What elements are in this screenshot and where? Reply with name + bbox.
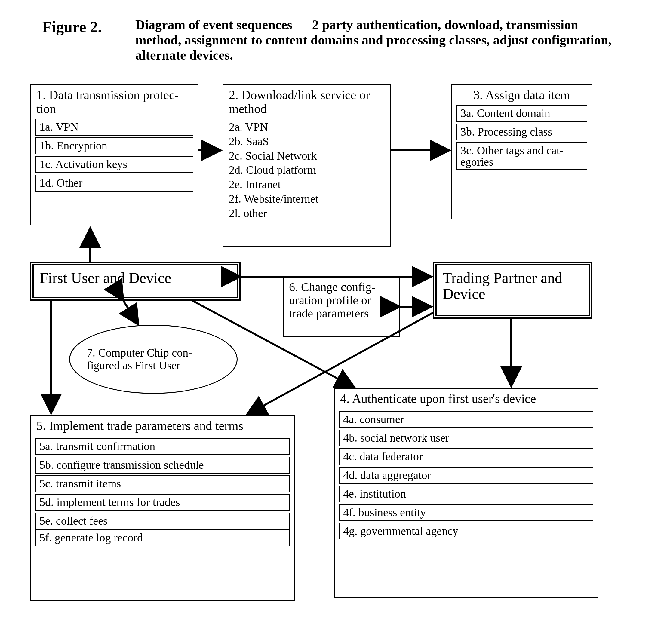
figure-caption: Diagram of event sequences — 2 party aut…	[135, 17, 617, 63]
arrow-first-7	[123, 301, 138, 325]
box-5: 5. Implement trade parameters and terms …	[30, 415, 295, 601]
box-1c: 1c. Activation keys	[35, 156, 193, 173]
box-3b: 3b. Processing class	[456, 123, 587, 141]
box-2a: 2a. VPN	[224, 120, 390, 134]
box-5a: 5a. transmit confirmation	[35, 438, 290, 455]
box-1-title: 1. Data transmission protec­tion	[31, 85, 198, 117]
box-5b: 5b. configure transmission schedule	[35, 457, 290, 474]
box-2: 2. Download/link service or method 2a. V…	[223, 84, 391, 247]
actor-trading-partner: Trading Partner and Device	[433, 262, 592, 319]
box-5e: 5e. collect fees	[35, 513, 290, 529]
box-4c: 4c. data federator	[339, 448, 593, 465]
box-4-title: 4. Authenticate upon first user's device	[335, 389, 598, 407]
box-4f: 4f. business entity	[339, 504, 593, 521]
box-2f: 2f. Website/internet	[224, 192, 390, 206]
box-4b: 4b. social network user	[339, 430, 593, 446]
box-1: 1. Data transmission protec­tion 1a. VPN…	[30, 84, 198, 226]
box-6: 6. Change config­uration profile or trad…	[283, 277, 400, 337]
box-5d: 5d. implement terms for trades	[35, 494, 290, 511]
box-6-title: 6. Change config­uration profile or trad…	[283, 278, 399, 321]
box-4g: 4g. governmental agency	[339, 523, 593, 540]
box-1a: 1a. VPN	[35, 119, 193, 136]
box-4: 4. Authenticate upon first user's device…	[334, 388, 599, 598]
box-4d: 4d. data aggregator	[339, 467, 593, 484]
figure-label: Figure 2.	[42, 18, 102, 36]
actor-first-user: First User and Device	[30, 262, 241, 301]
page: Figure 2. Diagram of event sequences — 2…	[0, 0, 667, 644]
box-5c: 5c. transmit items	[35, 475, 290, 492]
box-4e: 4e. institution	[339, 485, 593, 502]
box-5-title: 5. Implement trade parameters and terms	[31, 416, 294, 434]
box-5f: 5f. generate log record	[35, 529, 290, 546]
box-3-title: 3. Assign data item	[452, 85, 591, 103]
box-2d: 2d. Cloud platform	[224, 163, 390, 177]
box-1d: 1d. Other	[35, 175, 193, 192]
box-3a: 3a. Content domain	[456, 105, 587, 122]
box-2e: 2e. Intranet	[224, 177, 390, 192]
box-2b: 2b. SaaS	[224, 134, 390, 149]
box-3: 3. Assign data item 3a. Content domain 3…	[451, 84, 592, 219]
box-4a: 4a. consumer	[339, 411, 593, 428]
ellipse-7: 7. Computer Chip con­figured as First Us…	[69, 325, 238, 394]
box-2-title: 2. Download/link service or method	[224, 85, 390, 117]
box-2g: 2l. other	[224, 206, 390, 221]
box-3c: 3c. Other tags and cat­egories	[456, 142, 587, 170]
box-2c: 2c. Social Network	[224, 149, 390, 163]
actor-first-label: First User and Device	[31, 263, 239, 293]
ellipse-7-text: 7. Computer Chip con­figured as First Us…	[86, 347, 220, 372]
box-1b: 1b. Encryption	[35, 137, 193, 154]
actor-partner-label: Trading Partner and Device	[434, 263, 591, 309]
